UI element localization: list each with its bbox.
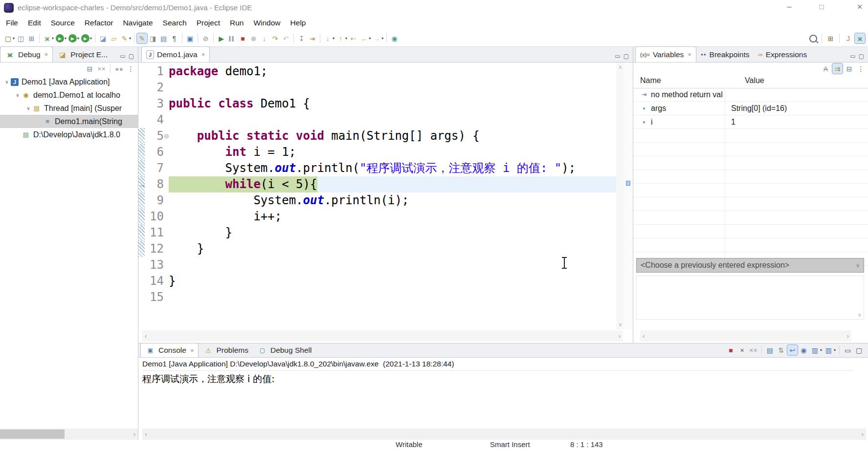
close-icon[interactable]: × [190, 347, 194, 354]
line-number[interactable]: 9 [145, 192, 164, 209]
task-icon[interactable]: ◪ [98, 33, 108, 43]
pin-console-icon[interactable]: ◉ [799, 345, 809, 355]
run-icon[interactable]: ▶ [56, 34, 64, 43]
profile-dropdown-icon[interactable]: ▾ [90, 36, 92, 41]
line-number[interactable]: 15 [145, 289, 164, 305]
code-line[interactable]: 1package demo1; [138, 64, 616, 80]
tab-console[interactable]: ▣ Console × [140, 343, 199, 357]
scroll-right-arrow[interactable]: › [619, 332, 621, 340]
maximize-icon[interactable]: ▢ [859, 53, 864, 59]
chevron-down-icon[interactable]: ∨ [856, 262, 860, 269]
tab-variables[interactable]: (x)= Variables × [635, 46, 696, 62]
variables-table-empty-row[interactable] [633, 170, 868, 184]
back-dropdown-icon[interactable]: ▾ [369, 36, 371, 41]
step-return-icon[interactable]: ↶ [281, 33, 291, 43]
display-selected-console-icon[interactable]: ▥ [810, 345, 820, 355]
variables-table-empty-row[interactable] [633, 184, 868, 197]
scroll-left-arrow[interactable]: ‹ [145, 332, 147, 340]
menu-item-search[interactable]: Search [158, 19, 192, 27]
expander-icon[interactable]: ∨ [14, 92, 22, 98]
minimize-icon[interactable]: ▭ [120, 53, 125, 59]
remove-all-terminated-icon[interactable]: ×× [96, 64, 107, 74]
show-type-names-icon[interactable]: A [821, 64, 831, 74]
code-line[interactable]: 15 [138, 289, 616, 305]
code-line[interactable]: 9 System.out.println(i); [138, 192, 616, 209]
code-line[interactable]: 14} [138, 273, 616, 289]
tab-debug-shell[interactable]: ▢ Debug Shell [253, 343, 316, 357]
menu-item-help[interactable]: Help [286, 19, 311, 27]
previous-annotation-dropdown-icon[interactable]: ▾ [345, 36, 347, 41]
terminate-icon[interactable]: ■ [238, 33, 248, 43]
scroll-down-arrow[interactable]: ∨ [618, 321, 622, 328]
console-hscrollbar[interactable]: ‹ › [142, 428, 866, 440]
coverage-icon[interactable]: ▶ [68, 34, 77, 43]
variables-table-empty-row[interactable] [633, 143, 868, 156]
tab-expressions[interactable]: ∞ Expressions [754, 47, 811, 62]
disconnect-icon[interactable]: ⊗ [248, 33, 259, 43]
tab-problems[interactable]: ⚠ Problems [199, 343, 252, 357]
show-whitespace-icon[interactable]: ¶ [169, 33, 179, 43]
search-icon[interactable] [808, 33, 818, 43]
variables-hscrollbar[interactable]: ‹ › [640, 330, 851, 342]
suspend-icon[interactable]: ▌▌ [227, 33, 237, 43]
java-perspective-icon[interactable]: J [843, 33, 853, 43]
terminate-icon[interactable]: ■ [726, 345, 736, 355]
scroll-right-arrow[interactable]: › [862, 430, 864, 438]
tab-project-explorer[interactable]: ◪ Project E... [53, 47, 112, 62]
tree-item[interactable]: ∨◉demo1.Demo1 at localho [0, 88, 138, 102]
next-annotation-dropdown-icon[interactable]: ▾ [333, 36, 334, 41]
debug-perspective-icon[interactable]: ж [855, 33, 865, 43]
expander-icon[interactable]: ∨ [3, 79, 11, 85]
scroll-right-arrow[interactable]: › [134, 430, 135, 438]
variables-table-empty-row[interactable] [633, 211, 868, 225]
close-icon[interactable]: × [45, 51, 48, 58]
menu-item-file[interactable]: File [1, 19, 23, 27]
new-wizard-icon[interactable]: ▢ [3, 33, 13, 43]
line-number[interactable]: 1 [145, 64, 164, 80]
menu-item-project[interactable]: Project [192, 19, 225, 27]
variables-table-empty-row[interactable] [633, 225, 868, 238]
collapse-all-icon[interactable]: ⊟ [844, 64, 854, 74]
variables-table-row[interactable]: ●argsString[0] (id=16) [633, 102, 868, 115]
editor-hscrollbar[interactable]: ‹ › [142, 330, 623, 342]
last-edit-location-icon[interactable]: ⇠ [348, 33, 358, 43]
view-menu-icon[interactable]: ⋮ [856, 64, 866, 74]
tree-item[interactable]: ∨▤Thread [main] (Susper [0, 102, 138, 115]
menu-item-run[interactable]: Run [225, 19, 248, 27]
format-icon[interactable]: ▤ [158, 33, 169, 43]
save-all-icon[interactable]: ⊞ [26, 33, 37, 43]
feather-dropdown-icon[interactable]: ▾ [129, 36, 131, 41]
debug-icon[interactable]: ж [42, 33, 52, 43]
line-number[interactable]: 14 [145, 273, 164, 289]
variables-table-empty-row[interactable] [633, 197, 868, 211]
view-menu-icon[interactable]: ⋮ [126, 64, 136, 74]
line-number[interactable]: 4 [145, 112, 164, 128]
resume-icon[interactable]: ▶ [216, 33, 226, 43]
expander-icon[interactable]: ∨ [24, 106, 32, 111]
window-maximize-button[interactable]: □ [813, 2, 830, 11]
remove-launch-icon[interactable]: × [737, 345, 747, 355]
open-console-dropdown-dropdown-icon[interactable]: ▾ [834, 348, 836, 352]
feather-icon[interactable]: ✎ [119, 33, 130, 43]
forward-dropdown-icon[interactable]: ▾ [381, 36, 383, 41]
code-line[interactable]: 6 int i = 1; [138, 144, 616, 160]
code-line[interactable]: 2 [138, 80, 616, 96]
line-number[interactable]: 11 [145, 225, 164, 241]
link-with-editor-icon[interactable]: ⊘ [200, 33, 211, 43]
line-number[interactable]: 8 [145, 176, 164, 192]
code-line[interactable]: 7 System.out.println("程序调试演示，注意观察 i 的值: … [138, 160, 616, 176]
save-icon[interactable]: ◫ [16, 33, 26, 43]
menu-item-edit[interactable]: Edit [23, 19, 46, 27]
variables-table-empty-row[interactable] [633, 129, 868, 143]
code-area[interactable]: 1package demo1;23public class Demo1 {45⊖… [138, 63, 616, 329]
line-number[interactable]: 10 [145, 209, 164, 225]
maximize-icon[interactable]: ▢ [129, 53, 134, 59]
line-number[interactable]: 12 [145, 241, 164, 257]
coverage-dropdown-icon[interactable]: ▾ [77, 36, 79, 41]
open-folder-icon[interactable]: ▱ [109, 33, 119, 43]
tab-breakpoints[interactable]: ●● Breakpoints [696, 47, 754, 62]
overview-ruler-marker[interactable] [626, 181, 630, 186]
clear-console-icon[interactable]: ▤ [765, 345, 775, 355]
column-header-value[interactable]: Value [745, 76, 764, 85]
scroll-left-arrow[interactable]: ‹ [643, 332, 645, 340]
